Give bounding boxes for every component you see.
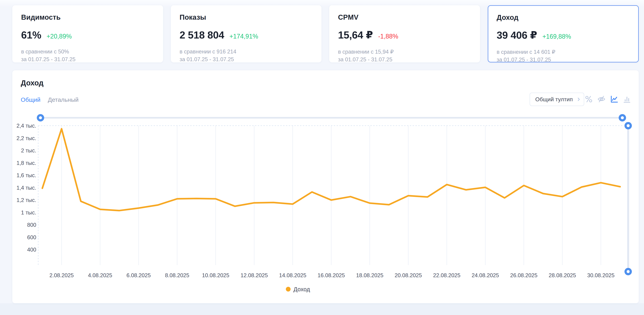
stat-title: Видимость	[21, 13, 154, 21]
stat-value: 2 518 804	[180, 29, 224, 41]
line-chart-icon[interactable]	[610, 95, 618, 103]
period-line: за 01.07.25 - 31.07.25	[338, 56, 471, 63]
stat-compare-text: в сравнении с 916 214 за 01.07.25 - 31.0…	[180, 48, 313, 63]
x-axis-tick-label: 2.08.2025	[50, 272, 74, 279]
stat-card-visibility[interactable]: Видимость 61% +20,89% в сравнении с 50% …	[12, 5, 163, 62]
y-axis-tick-label: 2 тыс.	[21, 147, 36, 154]
compare-line: в сравнении с 50%	[21, 48, 154, 55]
legend-marker-income[interactable]	[286, 287, 291, 292]
hzoom-left-handle-dot	[39, 116, 42, 119]
stat-title: Доход	[497, 13, 630, 21]
x-axis-tick-label: 20.08.2025	[395, 272, 422, 279]
stat-compare-text: в сравнении с 14 601 ₽ за 01.07.25 - 31.…	[497, 48, 630, 64]
x-axis-tick-label: 12.08.2025	[240, 272, 268, 279]
stat-value: 15,64 ₽	[338, 29, 373, 41]
stat-delta-badge: +169,88%	[542, 33, 571, 40]
x-axis-tick-label: 16.08.2025	[318, 272, 345, 279]
stat-card-cpmv[interactable]: CPMV 15,64 ₽ -1,88% в сравнении с 15,94 …	[329, 5, 480, 62]
stat-card-income[interactable]: Доход 39 406 ₽ +169,88% в сравнении с 14…	[488, 5, 639, 62]
x-axis-tick-label: 14.08.2025	[279, 272, 306, 279]
vzoom-slider-track[interactable]	[627, 126, 629, 272]
compare-line: в сравнении с 15,94 ₽	[338, 48, 471, 56]
percent-icon[interactable]	[584, 95, 593, 103]
y-axis-tick-label: 600	[27, 234, 36, 241]
stat-title: Показы	[180, 13, 313, 21]
bar-chart-icon[interactable]	[622, 95, 631, 103]
y-axis-tick-label: 2,2 тыс.	[16, 135, 36, 141]
vzoom-bottom-handle-dot	[627, 270, 630, 273]
legend-label-income[interactable]: Доход	[294, 286, 310, 293]
hzoom-slider-track[interactable]	[40, 117, 622, 119]
chevron-right-icon: ›	[577, 95, 580, 104]
tooltip-mode-label: Общий тултип	[535, 96, 577, 103]
y-axis-tick-label: 1,4 тыс.	[16, 185, 36, 191]
income-line-chart: 2.08.20254.08.20256.08.20258.08.202510.0…	[12, 111, 639, 303]
income-chart-panel: Доход Общий Детальный Общий тултип ›	[12, 70, 639, 303]
y-axis-tick-label: 2,4 тыс.	[16, 123, 36, 129]
x-axis-tick-label: 10.08.2025	[202, 272, 229, 279]
y-axis-tick-label: 800	[27, 222, 36, 228]
stat-delta-badge: +20,89%	[47, 33, 72, 40]
tab-general[interactable]: Общий	[21, 96, 40, 103]
tab-detailed[interactable]: Детальный	[48, 96, 79, 103]
stats-row: Видимость 61% +20,89% в сравнении с 50% …	[12, 5, 639, 62]
x-axis-tick-label: 6.08.2025	[126, 272, 151, 279]
x-axis-tick-label: 18.08.2025	[356, 272, 384, 279]
stat-delta-badge: -1,88%	[378, 33, 398, 40]
chart-tabs: Общий Детальный	[21, 96, 79, 103]
hzoom-right-handle-dot	[621, 116, 624, 119]
stat-delta-badge: +174,91%	[230, 33, 258, 40]
compare-line: в сравнении с 916 214	[180, 48, 313, 55]
x-axis-tick-label: 8.08.2025	[165, 272, 189, 279]
stat-value: 61%	[21, 29, 41, 41]
x-axis-tick-label: 28.08.2025	[549, 272, 576, 279]
stat-title: CPMV	[338, 13, 471, 21]
stat-value: 39 406 ₽	[497, 29, 537, 41]
period-line: за 01.07.25 - 31.07.25	[21, 55, 154, 63]
chart-title: Доход	[21, 79, 44, 87]
period-line: за 01.07.25 - 31.07.25	[497, 56, 630, 64]
stat-card-impressions[interactable]: Показы 2 518 804 +174,91% в сравнении с …	[171, 5, 322, 62]
y-axis-tick-label: 1,8 тыс.	[16, 160, 36, 166]
x-axis-tick-label: 22.08.2025	[433, 272, 460, 279]
y-axis-tick-label: 1,6 тыс.	[16, 172, 36, 178]
compare-line: в сравнении с 14 601 ₽	[497, 48, 630, 56]
eye-off-icon[interactable]	[597, 95, 606, 103]
y-axis-tick-label: 1 тыс.	[21, 210, 36, 216]
y-axis-tick-label: 1,2 тыс.	[16, 197, 36, 203]
x-axis-tick-label: 26.08.2025	[510, 272, 537, 279]
chart-toolbar	[584, 95, 631, 103]
x-axis-tick-label: 4.08.2025	[88, 272, 112, 279]
x-axis-tick-label: 24.08.2025	[472, 272, 499, 279]
y-axis-tick-label: 400	[27, 247, 36, 253]
x-axis-tick-label: 30.08.2025	[587, 272, 614, 279]
period-line: за 01.07.25 - 31.07.25	[180, 55, 313, 63]
stat-compare-text: в сравнении с 50% за 01.07.25 - 31.07.25	[21, 48, 154, 63]
tooltip-mode-dropdown[interactable]: Общий тултип ›	[530, 93, 584, 106]
vzoom-top-handle-dot	[627, 124, 630, 127]
stat-compare-text: в сравнении с 15,94 ₽ за 01.07.25 - 31.0…	[338, 48, 471, 63]
